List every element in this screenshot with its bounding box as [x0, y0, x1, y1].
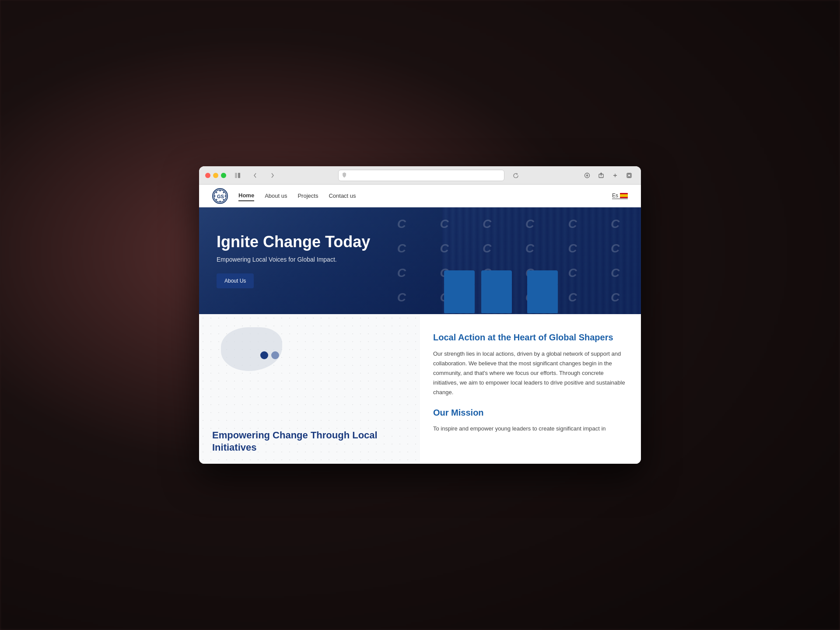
nav-link-about[interactable]: About us [265, 191, 287, 201]
sidebar-toggle-button[interactable] [231, 170, 244, 181]
traffic-lights [205, 173, 226, 178]
decorative-shapes [221, 327, 308, 380]
svg-point-17 [214, 195, 216, 196]
hero-cta-button[interactable]: About Us [217, 273, 254, 288]
dark-dot-shape [260, 351, 268, 359]
nav-link-contact[interactable]: Contact us [329, 191, 356, 201]
language-label: Es [612, 192, 618, 199]
local-action-text: Our strength lies in local actions, driv… [433, 349, 628, 397]
browser-window: GS Home About us Projects Contact us Es … [199, 166, 641, 464]
mission-text: To inspire and empower young leaders to … [433, 424, 628, 434]
spanish-flag-icon [620, 193, 628, 198]
close-button[interactable] [205, 173, 210, 178]
svg-point-12 [223, 192, 224, 193]
svg-point-18 [216, 192, 217, 193]
navigation: GS Home About us Projects Contact us Es [199, 185, 641, 207]
chair-2 [481, 284, 512, 310]
blob-shape [221, 327, 282, 371]
logo[interactable]: GS [212, 188, 228, 204]
svg-rect-1 [238, 173, 240, 178]
chair-1 [444, 284, 475, 310]
reload-button[interactable] [510, 170, 522, 181]
hero-section: C C C C C C C C C C C C C C C C C C C C [199, 207, 641, 314]
hero-subtitle: Empowering Local Voices for Global Impac… [217, 256, 370, 263]
browser-tools [581, 170, 635, 181]
svg-rect-9 [628, 174, 630, 177]
hero-content: Ignite Change Today Empowering Local Voi… [199, 216, 388, 306]
back-button[interactable] [249, 170, 261, 181]
privacy-icon [342, 172, 346, 178]
logo-circle: GS [212, 188, 228, 204]
website-content: GS Home About us Projects Contact us Es … [199, 185, 641, 464]
content-right: Local Action at the Heart of Global Shap… [420, 314, 641, 464]
svg-point-13 [225, 195, 226, 196]
hero-title: Ignite Change Today [217, 233, 370, 251]
light-dot-shape [271, 351, 279, 359]
share-button[interactable] [595, 170, 607, 181]
tabs-button[interactable] [623, 170, 635, 181]
new-tab-button[interactable] [609, 170, 621, 181]
forward-button[interactable] [266, 170, 279, 181]
svg-rect-0 [235, 173, 237, 178]
local-action-title: Local Action at the Heart of Global Shap… [433, 332, 628, 343]
nav-link-home[interactable]: Home [238, 190, 254, 201]
left-section-title: Empowering Change Through Local Initiati… [212, 429, 407, 454]
downloads-button[interactable] [581, 170, 593, 181]
maximize-button[interactable] [221, 173, 226, 178]
mission-title: Our Mission [433, 408, 628, 418]
svg-point-11 [220, 190, 221, 191]
browser-chrome [199, 166, 641, 185]
hero-furniture [444, 270, 575, 314]
nav-links: Home About us Projects Contact us [238, 190, 612, 201]
content-left: Empowering Change Through Local Initiati… [199, 314, 420, 464]
chair-3 [527, 284, 558, 310]
content-section: Empowering Change Through Local Initiati… [199, 314, 641, 464]
address-bar-container [291, 170, 569, 181]
address-bar[interactable] [338, 170, 504, 181]
language-switcher[interactable]: Es [612, 192, 628, 199]
svg-point-15 [220, 200, 221, 202]
nav-link-projects[interactable]: Projects [298, 191, 318, 201]
minimize-button[interactable] [213, 173, 218, 178]
svg-text:GS: GS [217, 194, 224, 199]
